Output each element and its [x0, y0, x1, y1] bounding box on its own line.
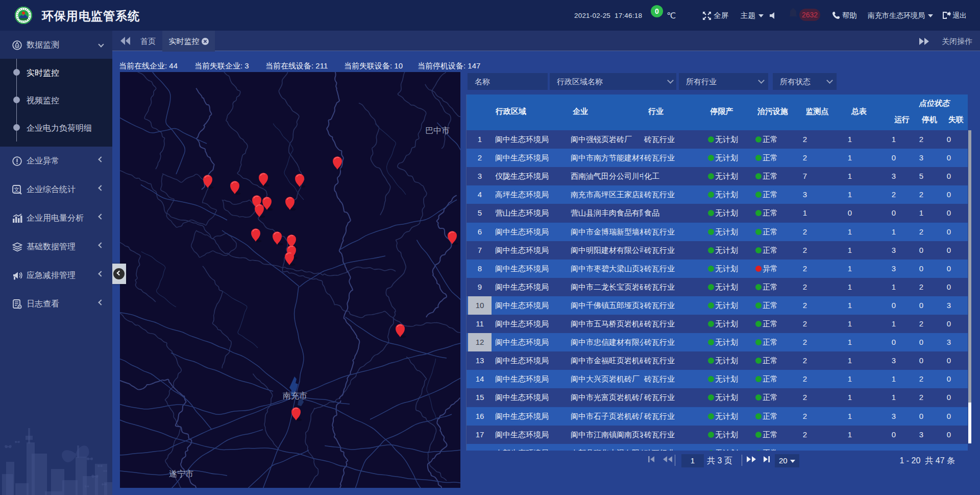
svg-text:巴中市: 巴中市 — [425, 126, 450, 135]
svg-text:南充市: 南充市 — [283, 391, 307, 400]
svg-text:文: 文 — [14, 186, 19, 193]
svg-text:遂宁市: 遂宁市 — [169, 469, 193, 478]
